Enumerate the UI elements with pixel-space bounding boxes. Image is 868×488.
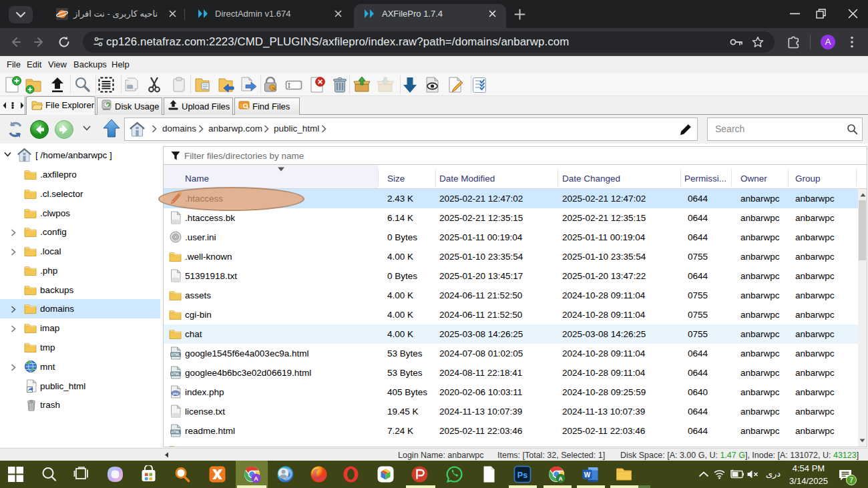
- svg-text:Ps: Ps: [517, 471, 527, 480]
- svg-text:A: A: [558, 475, 562, 482]
- svg-text:A: A: [254, 475, 258, 482]
- svg-text:W: W: [584, 471, 591, 479]
